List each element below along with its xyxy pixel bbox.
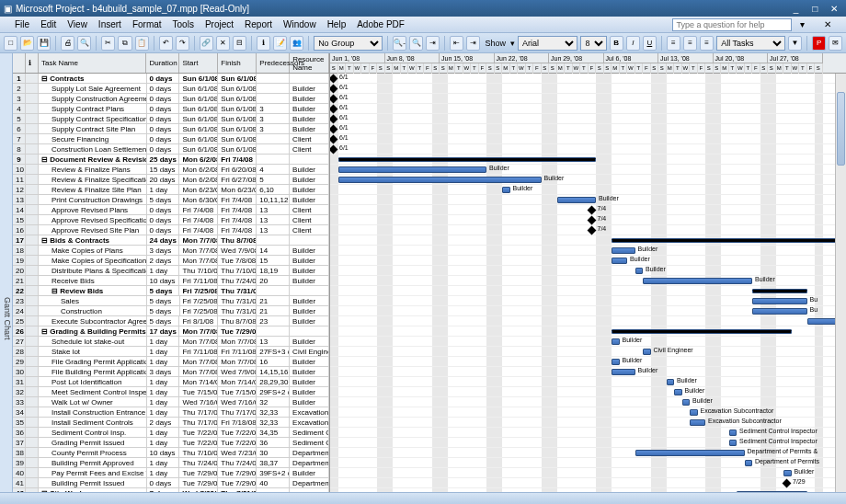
minimize-button[interactable]: _ xyxy=(787,4,804,14)
gantt-row[interactable]: 6/1 xyxy=(330,134,846,144)
help-search-input[interactable] xyxy=(672,18,792,31)
task-row[interactable]: 27Schedule lot stake-out1 dayMon 7/7/08M… xyxy=(13,337,329,347)
task-row[interactable]: 23Sales5 daysFri 7/25/08Thu 7/31/0821Bui… xyxy=(13,296,329,306)
bold-button[interactable]: B xyxy=(610,36,623,51)
gantt-row[interactable]: 6/1 xyxy=(330,104,846,114)
task-bar[interactable] xyxy=(752,298,807,304)
task-bar[interactable] xyxy=(338,177,542,183)
task-row[interactable]: 7Secure Financing0 daysSun 6/1/08Sun 6/1… xyxy=(13,134,329,144)
col-task[interactable]: Task Name xyxy=(39,53,147,73)
menu-edit[interactable]: Edit xyxy=(35,19,62,29)
task-row[interactable]: 21Receive Bids10 daysFri 7/11/08Thu 7/24… xyxy=(13,276,329,286)
task-row[interactable]: 3Supply Construction Agreement0 daysSun … xyxy=(13,94,329,104)
rownum-header[interactable] xyxy=(13,53,26,73)
menu-window[interactable]: Window xyxy=(278,19,322,29)
gantt-row[interactable]: Builder xyxy=(330,397,846,407)
summary-bar[interactable] xyxy=(612,329,792,334)
task-row[interactable]: 42⊟ Site Work7 daysWed 7/23/08Thu 7/31/0… xyxy=(13,488,329,492)
gantt-row[interactable]: 7/29 xyxy=(330,478,846,488)
gantt-row[interactable]: Builder xyxy=(330,246,846,256)
gantt-row[interactable]: Builder xyxy=(330,377,846,387)
gantt-row[interactable] xyxy=(330,235,846,246)
gantt-row[interactable]: 6/1 xyxy=(330,114,846,124)
menu-project[interactable]: Project xyxy=(200,19,239,29)
col-duration[interactable]: Duration xyxy=(146,53,179,73)
gantt-row[interactable]: Civil Engineer xyxy=(330,347,846,357)
summary-bar[interactable] xyxy=(737,491,807,492)
task-bar[interactable] xyxy=(612,369,635,375)
task-bar[interactable] xyxy=(783,470,792,476)
task-bar[interactable] xyxy=(612,359,620,365)
task-bar[interactable] xyxy=(635,268,644,274)
gantt-row[interactable]: Builder xyxy=(330,195,846,205)
task-row[interactable]: 28Stake lot1 dayFri 7/11/08Fri 7/11/0827… xyxy=(13,347,329,357)
task-row[interactable]: 34Install Construction Entrance1 dayThu … xyxy=(13,407,329,418)
menu-adobe-pdf[interactable]: Adobe PDF xyxy=(351,19,410,29)
goto-button[interactable]: ⇥ xyxy=(426,36,440,51)
gantt-row[interactable]: Builder xyxy=(330,357,846,367)
task-row[interactable]: 38County Permit Process10 daysThu 7/10/0… xyxy=(13,448,329,458)
gantt-row[interactable]: 6/1 xyxy=(330,124,846,134)
gantt-row[interactable] xyxy=(330,326,846,337)
gantt-row[interactable]: Builder xyxy=(330,165,846,175)
italic-button[interactable]: I xyxy=(626,36,640,51)
gantt-row[interactable]: Sediment Control Inspector xyxy=(330,428,846,438)
gantt-row[interactable]: Department of Permits & xyxy=(330,448,846,458)
copy-button[interactable]: ⧉ xyxy=(118,36,131,51)
milestone-icon[interactable] xyxy=(783,479,792,488)
info-button[interactable]: ℹ xyxy=(257,36,270,51)
task-row[interactable]: 17⊟ Bids & Contracts24 daysMon 7/7/08Thu… xyxy=(13,235,329,246)
task-bar[interactable] xyxy=(643,278,752,284)
task-row[interactable]: 19Make Copies of Specifications2 daysMon… xyxy=(13,256,329,266)
gantt-row[interactable] xyxy=(330,286,846,296)
milestone-icon[interactable] xyxy=(587,226,596,235)
task-bar[interactable] xyxy=(635,450,745,456)
split-button[interactable]: ⊟ xyxy=(233,36,246,51)
gantt-row[interactable]: 6/1 xyxy=(330,144,846,155)
task-row[interactable]: 13Print Construction Drawings5 daysMon 6… xyxy=(13,195,329,205)
menu-view[interactable]: View xyxy=(62,19,93,29)
task-row[interactable]: 37Grading Permit Issued1 dayTue 7/22/08T… xyxy=(13,438,329,448)
filter-select[interactable]: All Tasks xyxy=(716,36,785,51)
task-row[interactable]: 40Pay Permit Fees and Excise Taxes1 dayT… xyxy=(13,468,329,478)
help-dropdown-icon[interactable]: ▾ xyxy=(795,19,810,29)
task-row[interactable]: 8Construction Loan Settlement0 daysSun 6… xyxy=(13,144,329,155)
milestone-icon[interactable] xyxy=(587,216,596,225)
task-bar[interactable] xyxy=(667,379,675,385)
pdf-mail-button[interactable]: ✉ xyxy=(829,36,842,51)
indent-button[interactable]: ⇥ xyxy=(466,36,480,51)
task-row[interactable]: 12Review & Finalize Site Plan1 dayMon 6/… xyxy=(13,185,329,195)
col-finish[interactable]: Finish xyxy=(218,53,257,73)
gantt-row[interactable]: Builder xyxy=(330,387,846,397)
gantt-row[interactable] xyxy=(330,316,846,326)
task-row[interactable]: 32Meet Sediment Control Inspector1 dayTu… xyxy=(13,387,329,397)
task-bar[interactable] xyxy=(752,308,807,315)
notes-button[interactable]: 📝 xyxy=(273,36,287,51)
gantt-row[interactable]: Excavation Subcontractor xyxy=(330,407,846,418)
autofilter-button[interactable]: ▼ xyxy=(788,36,802,51)
task-row[interactable]: 9⊟ Document Review & Revision25 daysMon … xyxy=(13,155,329,165)
info-header[interactable]: ℹ xyxy=(26,53,39,73)
pdf-button[interactable]: P xyxy=(812,36,826,51)
print-button[interactable]: 🖨 xyxy=(61,36,74,51)
task-bar[interactable] xyxy=(643,349,651,355)
task-row[interactable]: 11Review & Finalize Specifications20 day… xyxy=(13,175,329,185)
gantt-row[interactable]: 7/4 xyxy=(330,225,846,235)
task-bar[interactable] xyxy=(745,460,753,466)
task-row[interactable]: 15Approve Revised Specifications0 daysFr… xyxy=(13,215,329,225)
redo-button[interactable]: ↷ xyxy=(176,36,189,51)
print-preview-button[interactable]: 🔍 xyxy=(77,36,91,51)
gantt-row[interactable]: 6/1 xyxy=(330,74,846,84)
summary-bar[interactable] xyxy=(752,289,807,293)
gantt-row[interactable]: Builder xyxy=(330,276,846,286)
gantt-row[interactable]: 6/1 xyxy=(330,84,846,94)
gantt-row[interactable]: 7/4 xyxy=(330,205,846,215)
task-bar[interactable] xyxy=(612,247,635,254)
undo-button[interactable]: ↶ xyxy=(159,36,173,51)
menubar-close-button[interactable]: ✕ xyxy=(818,19,837,29)
task-bar[interactable] xyxy=(557,197,597,203)
align-left-button[interactable]: ≡ xyxy=(667,36,680,51)
task-bar[interactable] xyxy=(612,338,620,345)
gantt-row[interactable]: Builder xyxy=(330,367,846,377)
unlink-button[interactable]: ✕ xyxy=(216,36,230,51)
